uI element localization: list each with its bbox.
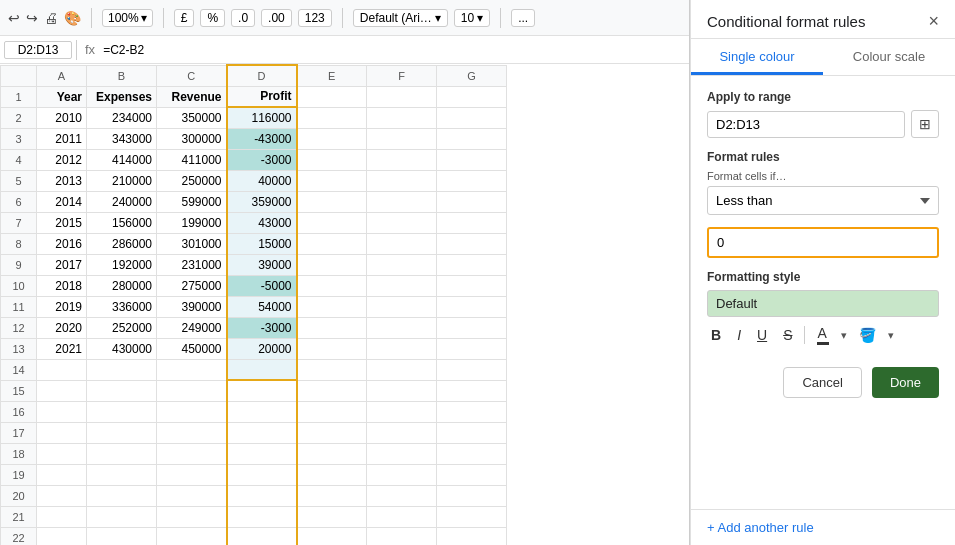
cell-f[interactable] — [367, 485, 437, 506]
cell-g[interactable] — [437, 86, 507, 107]
cell-reference-input[interactable] — [4, 41, 72, 59]
cell-b[interactable]: 210000 — [87, 170, 157, 191]
cell-c[interactable]: 199000 — [157, 212, 227, 233]
cell-f[interactable] — [367, 128, 437, 149]
cell-b[interactable]: 192000 — [87, 254, 157, 275]
cell-a[interactable]: 2014 — [37, 191, 87, 212]
cell-g[interactable] — [437, 485, 507, 506]
range-input-field[interactable] — [707, 111, 905, 138]
cell-c[interactable]: 231000 — [157, 254, 227, 275]
cell-d[interactable]: Profit — [227, 86, 297, 107]
cell-c[interactable] — [157, 506, 227, 527]
cell-a[interactable]: 2018 — [37, 275, 87, 296]
strikethrough-button[interactable]: S — [779, 325, 796, 345]
cell-g[interactable] — [437, 359, 507, 380]
cell-e[interactable] — [297, 128, 367, 149]
italic-button[interactable]: I — [733, 325, 745, 345]
cell-a[interactable] — [37, 485, 87, 506]
cell-d[interactable]: -3000 — [227, 317, 297, 338]
cell-b[interactable]: 234000 — [87, 107, 157, 128]
cell-b[interactable] — [87, 506, 157, 527]
cell-d[interactable]: 15000 — [227, 233, 297, 254]
cell-a[interactable] — [37, 527, 87, 545]
cell-d[interactable] — [227, 422, 297, 443]
cell-g[interactable] — [437, 233, 507, 254]
cell-e[interactable] — [297, 233, 367, 254]
cell-f[interactable] — [367, 380, 437, 401]
cell-d[interactable] — [227, 380, 297, 401]
undo-icon[interactable]: ↩ — [8, 10, 20, 26]
cell-d[interactable]: -43000 — [227, 128, 297, 149]
cell-a[interactable] — [37, 380, 87, 401]
cell-g[interactable] — [437, 422, 507, 443]
cell-c[interactable]: 350000 — [157, 107, 227, 128]
cell-b[interactable]: 430000 — [87, 338, 157, 359]
cell-a[interactable] — [37, 464, 87, 485]
cell-d[interactable] — [227, 401, 297, 422]
cell-e[interactable] — [297, 527, 367, 545]
cell-f[interactable] — [367, 296, 437, 317]
cell-a[interactable]: 2015 — [37, 212, 87, 233]
cell-b[interactable]: 286000 — [87, 233, 157, 254]
cell-g[interactable] — [437, 191, 507, 212]
cell-d[interactable]: 116000 — [227, 107, 297, 128]
cell-e[interactable] — [297, 296, 367, 317]
cell-e[interactable] — [297, 464, 367, 485]
cell-b[interactable]: 414000 — [87, 149, 157, 170]
cell-e[interactable] — [297, 443, 367, 464]
decimal0-btn[interactable]: .0 — [231, 9, 255, 27]
cell-g[interactable] — [437, 170, 507, 191]
cell-b[interactable] — [87, 359, 157, 380]
cell-g[interactable] — [437, 275, 507, 296]
text-color-button[interactable]: A — [813, 323, 833, 347]
cell-f[interactable] — [367, 527, 437, 545]
add-another-rule-button[interactable]: + Add another rule — [691, 509, 955, 545]
cancel-button[interactable]: Cancel — [783, 367, 861, 398]
cell-f[interactable] — [367, 149, 437, 170]
cell-e[interactable] — [297, 380, 367, 401]
cell-f[interactable] — [367, 107, 437, 128]
cell-b[interactable] — [87, 422, 157, 443]
cell-b[interactable] — [87, 380, 157, 401]
tab-single-colour[interactable]: Single colour — [691, 39, 823, 75]
cell-d[interactable]: 39000 — [227, 254, 297, 275]
cell-c[interactable]: 411000 — [157, 149, 227, 170]
range-grid-icon[interactable]: ⊞ — [911, 110, 939, 138]
cell-g[interactable] — [437, 443, 507, 464]
percent-btn[interactable]: % — [200, 9, 225, 27]
cell-d[interactable]: 54000 — [227, 296, 297, 317]
cell-b[interactable] — [87, 443, 157, 464]
cell-a[interactable] — [37, 401, 87, 422]
cell-c[interactable]: 300000 — [157, 128, 227, 149]
cell-b[interactable]: 252000 — [87, 317, 157, 338]
currency-btn[interactable]: £ — [174, 9, 195, 27]
cell-d[interactable] — [227, 443, 297, 464]
cell-a[interactable]: 2020 — [37, 317, 87, 338]
cell-e[interactable] — [297, 317, 367, 338]
text-color-arrow[interactable]: ▾ — [841, 329, 847, 342]
decimal00-btn[interactable]: .00 — [261, 9, 292, 27]
cell-d[interactable]: -3000 — [227, 149, 297, 170]
cell-e[interactable] — [297, 422, 367, 443]
paint-format-icon[interactable]: 🎨 — [64, 10, 81, 26]
cell-g[interactable] — [437, 212, 507, 233]
cell-b[interactable]: 343000 — [87, 128, 157, 149]
condition-dropdown[interactable]: Is emptyIs not emptyText containsText do… — [707, 186, 939, 215]
cell-f[interactable] — [367, 401, 437, 422]
cell-g[interactable] — [437, 506, 507, 527]
cell-c[interactable] — [157, 359, 227, 380]
col-header-g[interactable]: G — [437, 65, 507, 86]
cell-c[interactable]: 390000 — [157, 296, 227, 317]
cell-d[interactable]: 43000 — [227, 212, 297, 233]
underline-button[interactable]: U — [753, 325, 771, 345]
cell-e[interactable] — [297, 485, 367, 506]
bold-button[interactable]: B — [707, 325, 725, 345]
cell-c[interactable] — [157, 380, 227, 401]
font-selector[interactable]: Default (Ari… ▾ — [353, 9, 448, 27]
cell-a[interactable]: 2019 — [37, 296, 87, 317]
cell-a[interactable]: 2016 — [37, 233, 87, 254]
cell-e[interactable] — [297, 170, 367, 191]
col-header-f[interactable]: F — [367, 65, 437, 86]
cell-f[interactable] — [367, 422, 437, 443]
cell-d[interactable] — [227, 527, 297, 545]
